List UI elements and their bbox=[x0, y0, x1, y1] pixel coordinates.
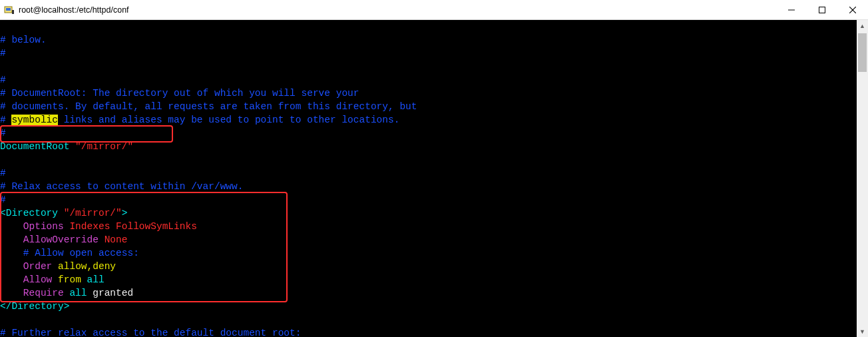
svg-rect-1 bbox=[6, 8, 11, 11]
code-line: # bbox=[0, 194, 6, 205]
code-token: DocumentRoot bbox=[0, 141, 69, 152]
code-line: # bbox=[0, 168, 6, 178]
svg-rect-2 bbox=[12, 10, 14, 14]
code-token: from bbox=[52, 274, 81, 285]
code-token: Indexes FollowSymLinks bbox=[64, 221, 197, 232]
annotation-box bbox=[0, 125, 173, 143]
code-line: # Relax access to content within /var/ww… bbox=[0, 181, 243, 192]
code-token: all bbox=[81, 274, 105, 285]
code-line: # documents. By default, all requests ar… bbox=[0, 101, 417, 112]
code-line: # Allow open access: bbox=[0, 248, 139, 258]
code-token: AllowOverride bbox=[0, 234, 99, 245]
code-token: None bbox=[99, 234, 128, 245]
code-token: Order bbox=[0, 261, 52, 272]
code-token: Options bbox=[0, 221, 64, 232]
window-controls bbox=[776, 0, 868, 20]
code-line: # bbox=[0, 128, 6, 139]
code-token: allow,deny bbox=[52, 261, 116, 272]
maximize-button[interactable] bbox=[807, 0, 837, 20]
terminal[interactable]: # below. # # # DocumentRoot: The directo… bbox=[0, 20, 857, 337]
highlight-token: symbolic bbox=[11, 115, 58, 125]
code-line: links and aliases may be used to point t… bbox=[58, 115, 399, 125]
window-titlebar: root@localhost:/etc/httpd/conf bbox=[0, 0, 868, 20]
code-token: Require bbox=[0, 288, 64, 298]
vertical-scrollbar[interactable]: ▲ ▼ bbox=[857, 20, 868, 337]
code-token: "/mirror/" bbox=[58, 208, 122, 218]
code-token: "/mirror/" bbox=[69, 141, 133, 152]
code-token: <Directory bbox=[0, 208, 58, 218]
code-token: > bbox=[122, 208, 128, 218]
terminal-container: # below. # # # DocumentRoot: The directo… bbox=[0, 20, 868, 337]
svg-rect-4 bbox=[819, 7, 825, 13]
code-line: # Further relax access to the default do… bbox=[0, 328, 301, 337]
code-line: # DocumentRoot: The directory out of whi… bbox=[0, 88, 359, 99]
scroll-thumb[interactable] bbox=[858, 33, 867, 72]
code-token: </Directory> bbox=[0, 301, 69, 312]
close-button[interactable] bbox=[837, 0, 868, 20]
window-title: root@localhost:/etc/httpd/conf bbox=[19, 5, 129, 15]
code-line: # bbox=[0, 115, 11, 125]
code-token: granted bbox=[87, 288, 134, 298]
code-line: # below. bbox=[0, 35, 47, 45]
code-line: # bbox=[0, 48, 6, 59]
minimize-button[interactable] bbox=[776, 0, 807, 20]
scroll-down-arrow-icon[interactable]: ▼ bbox=[857, 326, 868, 337]
code-token: all bbox=[64, 288, 87, 298]
code-line: # bbox=[0, 75, 6, 85]
putty-icon bbox=[4, 5, 15, 15]
scroll-up-arrow-icon[interactable]: ▲ bbox=[857, 20, 868, 31]
code-token: Allow bbox=[0, 274, 52, 285]
